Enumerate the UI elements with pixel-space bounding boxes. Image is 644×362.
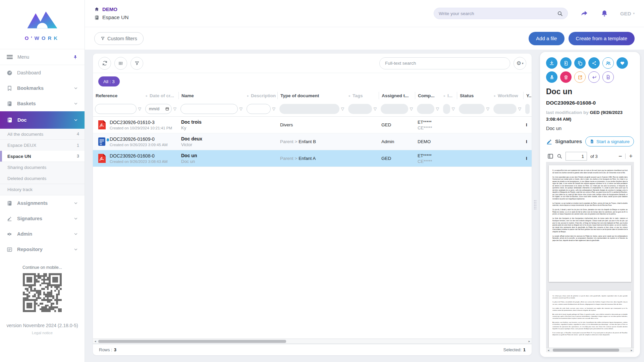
- user-menu[interactable]: GED ▾: [620, 11, 635, 16]
- column-header-workflow[interactable]: ▸Workflow: [491, 92, 523, 99]
- scroll-right-icon[interactable]: ▸: [629, 349, 634, 352]
- sidebar-item-baskets[interactable]: Baskets: [0, 96, 85, 111]
- filter-funnel-icon[interactable]: ▽: [341, 107, 344, 111]
- column-header-type-of-document[interactable]: Type of document: [277, 92, 346, 99]
- filter-funnel-icon[interactable]: ▽: [239, 107, 243, 111]
- document-info-button[interactable]: [602, 71, 614, 83]
- filter-funnel-icon[interactable]: ▽: [138, 107, 141, 111]
- add-file-button[interactable]: Add a file: [529, 32, 565, 45]
- create-from-template-button[interactable]: Create from a template: [569, 32, 635, 45]
- return-button[interactable]: [588, 71, 600, 83]
- refresh-button[interactable]: [98, 57, 111, 70]
- breadcrumb-space[interactable]: Espace UN: [94, 14, 128, 20]
- sidebar-item-repository[interactable]: Repository: [0, 242, 85, 257]
- name-filter-input[interactable]: [180, 104, 238, 114]
- sort-icon: ▸: [444, 94, 445, 98]
- delete-button[interactable]: [560, 71, 572, 83]
- columns-button[interactable]: [114, 57, 127, 70]
- brand-name: O'WORK: [25, 35, 60, 41]
- filter-funnel-icon[interactable]: ▽: [173, 107, 176, 111]
- table-row-selected[interactable]: DOC230926-01608-0 Created on 9/26/2023 3…: [93, 150, 532, 167]
- description-filter-input[interactable]: [247, 104, 271, 114]
- filter-funnel-icon[interactable]: ▽: [518, 107, 521, 111]
- search-icon[interactable]: [557, 11, 563, 16]
- column-header-name[interactable]: Name: [178, 92, 245, 99]
- sidebar-item-admin[interactable]: Admin: [0, 226, 85, 242]
- scroll-left-icon[interactable]: ◂: [93, 340, 98, 343]
- table-settings-button[interactable]: ⚙ ▾: [514, 57, 526, 70]
- favorite-button[interactable]: [616, 57, 628, 69]
- filter-funnel-icon[interactable]: ▽: [272, 107, 275, 111]
- users-button[interactable]: [602, 57, 614, 69]
- column-header-i[interactable]: ▸I...: [441, 92, 457, 99]
- sidebar-subitem-espace-deux[interactable]: Espace DEUX 1: [0, 140, 85, 151]
- breadcrumb-home[interactable]: DEMO: [94, 6, 128, 12]
- pdf-pages[interactable]: Il y a aujourd'hui trois cent quarante-h…: [546, 162, 634, 348]
- page-number-input[interactable]: [566, 152, 587, 161]
- scrollbar-track[interactable]: [98, 339, 527, 344]
- sidebar-subitem-history-track[interactable]: History track: [0, 184, 85, 195]
- column-header-assigned-to[interactable]: Assigned t...: [379, 92, 415, 99]
- custom-filters-button[interactable]: Custom filters: [94, 32, 144, 45]
- panel-resize-handle[interactable]: [534, 200, 537, 210]
- column-header-status[interactable]: Status: [457, 92, 491, 99]
- document-name: Doc trois: [181, 119, 242, 125]
- column-header-date-of-creation[interactable]: ▸Date of cr...: [143, 92, 178, 99]
- scroll-left-icon[interactable]: ◂: [546, 349, 551, 352]
- table-body: DOC230926-01610-3 Created on 10/29/2024 …: [93, 117, 532, 167]
- copy-button[interactable]: [574, 57, 586, 69]
- share-arrow-icon[interactable]: [580, 10, 589, 17]
- sidebar-subitem-sharing-documents[interactable]: Sharing documents: [0, 162, 85, 173]
- table-horizontal-scrollbar[interactable]: ◂ ▸: [93, 339, 532, 344]
- sidebar-subitem-all-documents[interactable]: All the documents 4: [0, 129, 85, 140]
- sidebar-item-assignments[interactable]: Assignments: [0, 195, 85, 211]
- document-reference: DOC230926-01608-0: [546, 100, 634, 106]
- all-count-badge[interactable]: All : 3: [98, 76, 120, 86]
- filter-funnel-icon[interactable]: ▽: [452, 107, 455, 111]
- sidebar-item-signatures[interactable]: Signatures: [0, 211, 85, 226]
- zoom-in-button[interactable]: +: [629, 153, 633, 160]
- download-button[interactable]: [546, 57, 557, 69]
- sidebar-item-bookmarks[interactable]: Bookmarks: [0, 80, 85, 96]
- pin-icon[interactable]: [73, 55, 78, 60]
- menu-toggle[interactable]: Menu: [0, 49, 85, 65]
- pdf-horizontal-scrollbar[interactable]: ◂ ▸: [546, 348, 634, 352]
- share-button[interactable]: [588, 57, 600, 69]
- sidebar-subitem-deleted-documents[interactable]: Deleted documents: [0, 173, 85, 184]
- global-search-input[interactable]: [439, 11, 554, 16]
- column-header-reference[interactable]: Reference: [93, 92, 143, 99]
- column-header-y[interactable]: Y...: [523, 92, 532, 99]
- stamp-button[interactable]: [546, 71, 557, 83]
- sidebar-item-dashboard[interactable]: Dashboard: [0, 65, 85, 80]
- zoom-out-button[interactable]: −: [619, 153, 622, 160]
- calendar-icon[interactable]: [165, 107, 169, 111]
- sidebar-item-label: Dashboard: [17, 70, 78, 75]
- column-header-tags[interactable]: ▸Tags: [346, 92, 379, 99]
- table-row[interactable]: DOC230926-01610-3 Created on 10/29/2024 …: [93, 117, 532, 133]
- sidebar-item-doc[interactable]: Doc: [0, 111, 85, 129]
- column-header-company[interactable]: Comp...: [415, 92, 441, 99]
- filter-funnel-icon[interactable]: ▽: [486, 107, 489, 111]
- filter-funnel-icon[interactable]: ▽: [436, 107, 439, 111]
- scrollbar-thumb[interactable]: [553, 349, 619, 352]
- scroll-right-icon[interactable]: ▸: [527, 340, 532, 343]
- table-row[interactable]: w DOC230926-01609-0 Created on 9/26/2023…: [93, 133, 532, 150]
- start-signature-button[interactable]: Start a signature: [585, 136, 634, 146]
- reference-filter-input[interactable]: [95, 104, 137, 114]
- search-icon[interactable]: [557, 154, 562, 159]
- notifications-bell-icon[interactable]: [601, 9, 608, 17]
- sidebar-item-label: Doc: [17, 117, 69, 123]
- column-header-description[interactable]: ▸Description: [245, 92, 277, 99]
- sidebar-subitem-espace-un[interactable]: Espace UN 3: [0, 151, 85, 162]
- export-file-button[interactable]: [560, 57, 572, 69]
- filter-funnel-icon[interactable]: ▽: [374, 107, 377, 111]
- filter-funnel-icon[interactable]: ▽: [410, 107, 413, 111]
- sidebar-toggle-icon[interactable]: [547, 153, 553, 159]
- legal-notice-link[interactable]: Legal notice: [0, 331, 85, 335]
- rows-count-label: Rows :: [99, 347, 112, 352]
- filter-button[interactable]: [130, 57, 143, 70]
- scrollbar-thumb[interactable]: [98, 340, 286, 343]
- open-external-button[interactable]: [574, 71, 586, 83]
- fulltext-search-input[interactable]: [379, 57, 510, 69]
- global-search[interactable]: [434, 8, 568, 19]
